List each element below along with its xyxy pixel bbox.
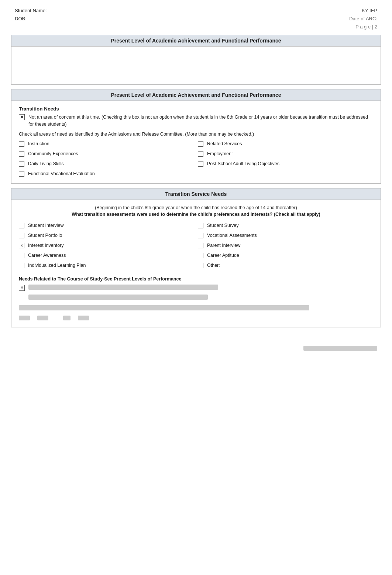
needs-row-2 (28, 295, 373, 302)
interest-inventory-checkbox[interactable] (19, 243, 24, 248)
blurred-2 (37, 316, 48, 320)
student-interview-label: Student Interview (28, 223, 64, 228)
checkbox-employment: Employment (198, 150, 373, 158)
checkbox-vocational-assessments: Vocational Assessments (198, 231, 373, 240)
daily-living-label: Daily Living Skills (28, 161, 64, 166)
daily-living-checkbox[interactable] (19, 161, 24, 167)
career-awareness-checkbox[interactable] (19, 253, 24, 258)
needs-redacted-1 (28, 285, 373, 292)
parent-interview-label: Parent Interview (207, 243, 240, 248)
document-info: KY IEP Date of ARC: P a g e | 2 (349, 7, 377, 31)
community-exp-checkbox[interactable] (19, 151, 24, 157)
student-portfolio-label: Student Portfolio (28, 233, 62, 238)
needs-redacted-2 (28, 295, 373, 302)
section1-content (23, 47, 369, 80)
signature-area (0, 338, 392, 358)
interest-inventory-label: Interest Inventory (28, 243, 64, 248)
needs-related-section: Needs Related to The Course of Study-See… (19, 276, 373, 322)
post-school-label: Post School Adult Living Objectives (207, 161, 279, 166)
career-aptitude-label: Career Aptitude (207, 253, 239, 258)
checkbox-student-survey: Student Survey (198, 221, 373, 230)
page: Student Name: DOB: KY IEP Date of ARC: P… (0, 0, 392, 575)
ky-iep-label: KY IEP (349, 7, 377, 15)
student-portfolio-checkbox[interactable] (19, 233, 24, 238)
transition-needs-section: Present Level of Academic Achievement an… (11, 89, 381, 184)
community-exp-label: Community Experiences (28, 151, 78, 156)
checkbox-other: Other: (198, 261, 373, 270)
checkbox-interest-inventory: Interest Inventory (19, 241, 194, 250)
section2-title: Present Level of Academic Achievement an… (11, 89, 381, 101)
checkbox-daily-living: Daily Living Skills (19, 160, 194, 168)
student-survey-checkbox[interactable] (198, 223, 203, 228)
transition-needs-grid: Instruction Related Services Community E… (19, 140, 373, 178)
needs-row-1 (19, 285, 373, 292)
functional-voc-label: Functional Vocational Evaluation (28, 171, 95, 176)
not-area-concern-row: Not an area of concern at this time. (Ch… (19, 114, 373, 128)
date-of-arc-label: Date of ARC: (349, 15, 377, 23)
related-services-label: Related Services (207, 141, 242, 146)
instruction-checkbox[interactable] (19, 141, 24, 147)
blurred-3 (63, 316, 71, 320)
checkbox-career-aptitude: Career Aptitude (198, 251, 373, 260)
employment-checkbox[interactable] (198, 151, 203, 157)
page-header: Student Name: DOB: KY IEP Date of ARC: P… (0, 0, 392, 35)
bottom-blurred-row (19, 314, 373, 322)
section3-content: (Beginning in the child's 8th grade year… (11, 200, 381, 327)
career-aptitude-checkbox[interactable] (198, 253, 203, 258)
other-label: Other: (207, 263, 220, 268)
transition-needs-label: Transition Needs (19, 106, 373, 112)
not-area-concern-text: Not an area of concern at this time. (Ch… (28, 114, 373, 128)
tsn-bold-question: What transition assessments were used to… (19, 212, 373, 217)
vocational-assessments-checkbox[interactable] (198, 233, 203, 238)
signature-blurred (303, 346, 377, 351)
student-survey-label: Student Survey (207, 223, 238, 228)
top-section-box: Present Level of Academic Achievement an… (11, 35, 381, 85)
career-awareness-label: Career Awareness (28, 253, 66, 258)
section1-title: Present Level of Academic Achievement an… (11, 35, 381, 47)
post-school-checkbox[interactable] (198, 161, 203, 167)
needs-related-label: Needs Related to The Course of Study-See… (19, 276, 373, 282)
checkbox-individualized-learning: Individualized Learning Plan (19, 261, 194, 270)
blurred-4 (78, 316, 89, 320)
checkbox-related-services: Related Services (198, 140, 373, 148)
assessments-grid: Student Interview Student Survey Student… (19, 221, 373, 270)
section2-content: Transition Needs Not an area of concern … (11, 101, 381, 183)
needs-row-3 (19, 305, 373, 310)
checkbox-post-school: Post School Adult Living Objectives (198, 160, 373, 168)
other-checkbox[interactable] (198, 263, 203, 268)
checkbox-functional-voc: Functional Vocational Evaluation (19, 170, 194, 178)
checkbox-career-awareness: Career Awareness (19, 251, 194, 260)
student-name-label: Student Name: (15, 7, 47, 15)
functional-voc-checkbox[interactable] (19, 171, 24, 177)
tsn-description: (Beginning in the child's 8th grade year… (19, 205, 373, 210)
employment-label: Employment (207, 151, 233, 156)
student-info: Student Name: DOB: (15, 7, 47, 31)
checkbox-student-portfolio: Student Portfolio (19, 231, 194, 240)
checkbox-instruction: Instruction (19, 140, 194, 148)
individualized-learning-label: Individualized Learning Plan (28, 263, 86, 268)
instruction-label: Instruction (28, 141, 49, 146)
needs-checkbox-1[interactable] (19, 285, 25, 291)
student-interview-checkbox[interactable] (19, 223, 24, 228)
related-services-checkbox[interactable] (198, 141, 203, 147)
transition-service-needs-section: Transition Service Needs (Beginning in t… (11, 188, 381, 327)
blurred-1 (19, 316, 30, 320)
individualized-learning-checkbox[interactable] (19, 263, 24, 268)
section3-title: Transition Service Needs (11, 188, 381, 200)
checkbox-community-exp: Community Experiences (19, 150, 194, 158)
checkbox-parent-interview: Parent Interview (198, 241, 373, 250)
check-all-note: Check all areas of need as identified by… (19, 132, 373, 137)
parent-interview-checkbox[interactable] (198, 243, 203, 248)
not-area-concern-checkbox[interactable] (19, 114, 25, 120)
vocational-assessments-label: Vocational Assessments (207, 233, 257, 238)
dob-label: DOB: (15, 15, 47, 23)
page-number: P a g e | 2 (349, 23, 377, 31)
checkbox-student-interview: Student Interview (19, 221, 194, 230)
